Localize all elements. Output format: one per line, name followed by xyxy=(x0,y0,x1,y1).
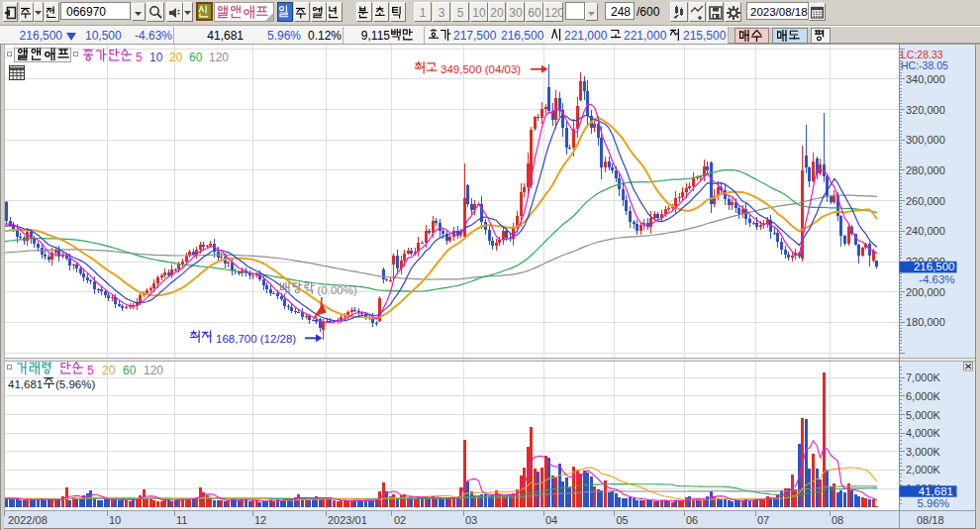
svg-text:120: 120 xyxy=(209,51,229,64)
svg-text:06: 06 xyxy=(686,514,698,526)
svg-text:12: 12 xyxy=(254,514,266,526)
svg-text:05: 05 xyxy=(617,514,629,526)
svg-text:168,700 (12/28): 168,700 (12/28) xyxy=(216,333,296,345)
svg-text:200,000: 200,000 xyxy=(906,286,945,298)
svg-text:349,500 (04/03): 349,500 (04/03) xyxy=(441,63,521,75)
svg-text:02: 02 xyxy=(394,514,406,526)
svg-text:5: 5 xyxy=(136,51,143,64)
svg-text:340,000: 340,000 xyxy=(906,73,945,85)
svg-text:320,000: 320,000 xyxy=(906,104,945,116)
svg-text:2,000K: 2,000K xyxy=(906,464,941,476)
svg-text:41,681: 41,681 xyxy=(919,485,953,497)
svg-text:-4.63%: -4.63% xyxy=(919,273,954,285)
svg-text:5.96%: 5.96% xyxy=(917,497,949,509)
svg-text:300,000: 300,000 xyxy=(906,134,945,146)
svg-text:20: 20 xyxy=(169,51,183,64)
svg-text:6,000K: 6,000K xyxy=(906,390,941,402)
svg-text:180,000: 180,000 xyxy=(906,316,945,328)
svg-text:2023/01: 2023/01 xyxy=(328,514,367,526)
svg-text:41,681: 41,681 xyxy=(8,378,43,390)
svg-text:20: 20 xyxy=(102,364,116,377)
svg-text:60: 60 xyxy=(123,364,137,377)
svg-text:5: 5 xyxy=(87,364,94,377)
svg-text:7,000K: 7,000K xyxy=(906,371,941,383)
svg-text:11: 11 xyxy=(176,514,187,526)
svg-text:10: 10 xyxy=(149,51,163,64)
svg-text:04: 04 xyxy=(545,514,557,526)
svg-text:60: 60 xyxy=(189,51,203,64)
svg-text:08/18: 08/18 xyxy=(917,514,944,526)
svg-text:07: 07 xyxy=(757,514,769,526)
svg-text:4,000K: 4,000K xyxy=(906,427,941,439)
svg-text:(5.96%): (5.96%) xyxy=(55,378,95,390)
svg-text:HC:-38.05: HC:-38.05 xyxy=(901,59,948,71)
svg-text:216,500: 216,500 xyxy=(914,261,955,272)
svg-text:08: 08 xyxy=(832,514,843,526)
svg-text:(0.00%): (0.00%) xyxy=(318,284,357,296)
svg-text:2022/08: 2022/08 xyxy=(8,514,48,526)
svg-text:120: 120 xyxy=(144,364,163,377)
svg-text:280,000: 280,000 xyxy=(906,164,945,176)
svg-text:10: 10 xyxy=(109,514,121,526)
svg-text:240,000: 240,000 xyxy=(906,225,945,237)
svg-text:3,000K: 3,000K xyxy=(906,446,941,458)
svg-text:03: 03 xyxy=(465,514,477,526)
svg-text:5,000K: 5,000K xyxy=(906,409,941,421)
svg-text:260,000: 260,000 xyxy=(906,195,945,207)
